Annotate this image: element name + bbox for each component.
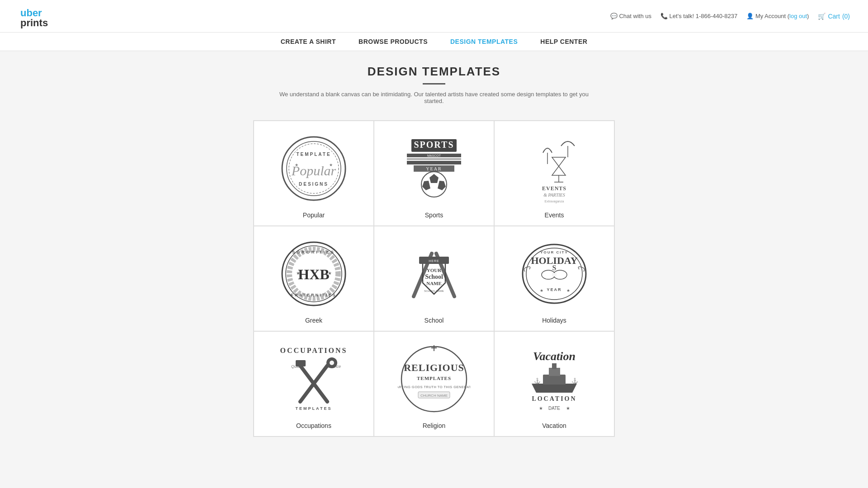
template-card-holidays[interactable]: YOUR CITY HOLIDAY S YEAR ★ ★ Holidays	[494, 226, 614, 331]
phone-link[interactable]: 📞 Let's talk! 1-866-440-8237	[660, 13, 737, 19]
svg-text:SCHOOL NAME: SCHOOL NAME	[424, 290, 444, 292]
svg-text:EVENTS: EVENTS	[542, 185, 566, 192]
svg-text:SPORTS: SPORTS	[414, 140, 454, 150]
account-link[interactable]: 👤 My Account (log out)	[746, 13, 809, 19]
svg-text:★: ★	[295, 163, 298, 167]
svg-text:YEAR: YEAR	[426, 166, 442, 171]
svg-marker-20	[438, 181, 446, 190]
svg-text:IMPARTING GODS TRUTH TO THIS G: IMPARTING GODS TRUTH TO THIS GENERATION	[398, 385, 470, 389]
cart-link[interactable]: 🛒 Cart (0)	[818, 13, 850, 20]
svg-text:OCCUPATIONS: OCCUPATIONS	[280, 347, 348, 354]
template-label-school: School	[425, 317, 444, 324]
svg-text:★: ★	[566, 288, 570, 293]
svg-text:School: School	[425, 273, 443, 280]
svg-rect-74	[543, 375, 566, 385]
page-title: DESIGN TEMPLATES	[9, 65, 859, 79]
template-label-religion: Religion	[423, 422, 446, 429]
template-card-religion[interactable]: RELIGIOUS TEMPLATES IMPARTING GODS TRUTH…	[374, 331, 494, 436]
nav-design[interactable]: DESIGN TEMPLATES	[450, 38, 518, 45]
template-image-sports: SPORTS MASCOT YEAR	[396, 130, 472, 207]
template-label-greek: Greek	[305, 317, 322, 324]
svg-text:TEMPLATES: TEMPLATES	[417, 375, 451, 381]
main-nav: CREATE A SHIRT BROWSE PRODUCTS DESIGN TE…	[0, 33, 868, 51]
page-subtitle: We understand a blank canvas can be inti…	[276, 91, 592, 104]
svg-text:⚓: ⚓	[534, 377, 541, 384]
template-grid: TEMPLATE Popular DESIGNS ★ ★ Popular SPO…	[253, 120, 615, 437]
template-label-vacation: Vacation	[542, 422, 566, 429]
svg-text:YOUR: YOUR	[427, 267, 442, 273]
header-top: uber prints 💬 Chat with us 📞 Let's talk!…	[0, 0, 868, 33]
svg-rect-61	[296, 360, 306, 366]
logo[interactable]: uber prints	[18, 4, 59, 28]
svg-text:prints: prints	[20, 17, 48, 28]
svg-text:S: S	[552, 264, 557, 272]
svg-text:Vacation: Vacation	[533, 350, 576, 363]
template-image-events: EVENTS & PARTIES Extravaganza	[516, 130, 593, 207]
template-label-events: Events	[545, 211, 564, 219]
template-label-occupations: Occupations	[296, 422, 331, 429]
svg-rect-49	[552, 273, 557, 277]
svg-text:RELIGIOUS: RELIGIOUS	[404, 362, 464, 373]
svg-marker-19	[429, 174, 439, 183]
svg-marker-21	[422, 181, 430, 190]
template-card-sports[interactable]: SPORTS MASCOT YEAR Sports	[374, 121, 494, 226]
svg-text:★: ★	[566, 406, 570, 411]
svg-text:★: ★	[329, 163, 333, 167]
svg-point-63	[330, 361, 334, 365]
svg-text:★: ★	[296, 271, 300, 276]
template-image-occupations: OCCUPATIONS Quality Service TEMPLATES	[275, 341, 352, 418]
svg-text:CHURCH NAME: CHURCH NAME	[420, 394, 448, 398]
svg-text:ΗΧΒ: ΗΧΒ	[298, 266, 329, 282]
nav-help[interactable]: HELP CENTER	[540, 38, 587, 45]
template-card-vacation[interactable]: Vacation ⚓ ⚓ LOCATION ★ DATE ★ Vacation	[494, 331, 614, 436]
template-image-holidays: YOUR CITY HOLIDAY S YEAR ★ ★	[516, 235, 593, 312]
svg-text:HERE: HERE	[429, 259, 439, 263]
svg-text:★: ★	[328, 271, 332, 276]
template-card-popular[interactable]: TEMPLATE Popular DESIGNS ★ ★ Popular	[254, 121, 374, 226]
page-title-area: DESIGN TEMPLATES We understand a blank c…	[0, 51, 868, 111]
chat-link[interactable]: 💬 Chat with us	[610, 13, 651, 19]
svg-text:DATE: DATE	[548, 406, 560, 411]
svg-text:LOCATION: LOCATION	[532, 395, 576, 402]
svg-text:MASCOT: MASCOT	[427, 154, 441, 157]
svg-text:FRATERNITIES: FRATERNITIES	[291, 293, 337, 297]
template-card-occupations[interactable]: OCCUPATIONS Quality Service TEMPLATES Oc…	[254, 331, 374, 436]
svg-rect-14	[407, 161, 461, 164]
svg-text:NAME: NAME	[426, 281, 442, 286]
template-image-school: HERE YOUR School NAME SCHOOL NAME	[396, 235, 472, 312]
svg-text:SORORITIES: SORORITIES	[292, 250, 335, 254]
header-utils: 💬 Chat with us 📞 Let's talk! 1-866-440-8…	[610, 13, 850, 20]
template-image-popular: TEMPLATE Popular DESIGNS ★ ★	[275, 130, 352, 207]
template-card-events[interactable]: EVENTS & PARTIES Extravaganza Events	[494, 121, 614, 226]
svg-text:TEMPLATE: TEMPLATE	[296, 152, 331, 157]
nav-create[interactable]: CREATE A SHIRT	[281, 38, 336, 45]
svg-text:Extravaganza: Extravaganza	[545, 200, 564, 203]
svg-text:YEAR: YEAR	[547, 287, 561, 292]
template-label-holidays: Holidays	[542, 317, 566, 324]
svg-text:⚓: ⚓	[571, 377, 578, 384]
svg-text:YOUR CITY: YOUR CITY	[540, 250, 568, 254]
logout-link[interactable]: log out	[789, 13, 807, 19]
template-card-school[interactable]: HERE YOUR School NAME SCHOOL NAME School	[374, 226, 494, 331]
svg-rect-13	[407, 158, 461, 160]
template-image-greek: ΗΧΒ SORORITIES FRATERNITIES ★ ★	[275, 235, 352, 312]
template-card-greek[interactable]: ΗΧΒ SORORITIES FRATERNITIES ★ ★ Greek	[254, 226, 374, 331]
svg-text:& PARTIES: & PARTIES	[543, 192, 565, 197]
template-label-popular: Popular	[303, 211, 325, 219]
svg-text:★: ★	[540, 288, 543, 293]
svg-text:★: ★	[539, 406, 543, 411]
svg-text:DESIGNS: DESIGNS	[299, 182, 329, 187]
nav-browse[interactable]: BROWSE PRODUCTS	[359, 38, 428, 45]
svg-text:TEMPLATES: TEMPLATES	[296, 406, 332, 411]
template-label-sports: Sports	[425, 211, 443, 219]
title-underline	[423, 83, 445, 84]
template-image-religion: RELIGIOUS TEMPLATES IMPARTING GODS TRUTH…	[396, 341, 472, 418]
template-image-vacation: Vacation ⚓ ⚓ LOCATION ★ DATE ★	[516, 341, 593, 418]
svg-rect-76	[552, 363, 557, 369]
